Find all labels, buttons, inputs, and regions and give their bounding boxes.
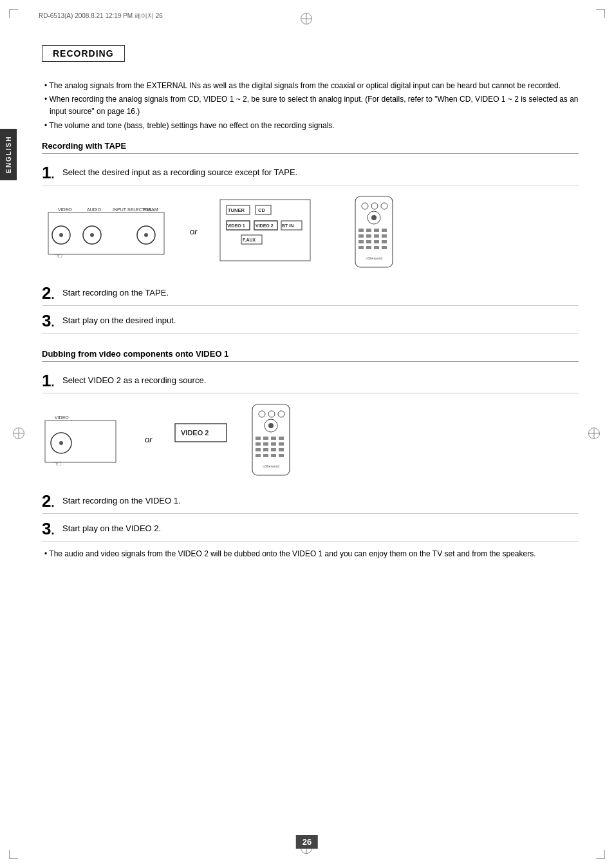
main-content: RECORDING The analog signals from the EX… bbox=[42, 45, 579, 560]
dubbing-front-panel: VIDEO ☜ bbox=[42, 408, 126, 472]
tape-step-1-row: 1. Select the desired input as a recordi… bbox=[42, 160, 579, 185]
svg-rect-34 bbox=[382, 229, 387, 232]
dubbing-bottom-notes: The audio and video signals from the VID… bbox=[42, 548, 579, 560]
remote-panel-diagram: TUNER CD VIDEO 1 VIDEO 2 BT IN bbox=[217, 196, 339, 267]
svg-point-57 bbox=[268, 411, 275, 417]
svg-point-58 bbox=[278, 411, 284, 417]
remote-control-diagram: ⊙Sherwood bbox=[352, 193, 397, 270]
dubbing-step-3-row: 3. Start play on the VIDEO 2. bbox=[42, 516, 579, 542]
note-2: When recording the analog signals from C… bbox=[42, 93, 579, 118]
svg-rect-48 bbox=[45, 420, 116, 462]
svg-text:VIDEO 2: VIDEO 2 bbox=[181, 429, 209, 437]
dubbing-step-1-number: 1. bbox=[42, 372, 57, 389]
dubbing-step-3-text: Start play on the VIDEO 2. bbox=[62, 523, 161, 534]
tape-step-2-text: Start recording on the TAPE. bbox=[62, 287, 169, 299]
corner-mark-br bbox=[596, 850, 605, 859]
tape-step-1-diagram: VIDEO AUDIO INPUT SELECTOR FM/AM bbox=[42, 193, 579, 270]
svg-rect-38 bbox=[382, 234, 387, 238]
dubbing-remote-control: ⊙Sherwood bbox=[249, 401, 294, 478]
svg-rect-76 bbox=[279, 454, 284, 457]
dubbing-title: Dubbing from video components onto VIDEO… bbox=[42, 349, 579, 362]
svg-rect-65 bbox=[256, 442, 261, 446]
recording-title: RECORDING bbox=[53, 48, 114, 59]
svg-rect-45 bbox=[374, 246, 379, 249]
svg-rect-64 bbox=[279, 437, 284, 440]
dubbing-diagram-area: VIDEO ☜ or VIDEO 2 bbox=[42, 401, 579, 478]
svg-text:VIDEO: VIDEO bbox=[58, 207, 72, 212]
corner-mark-tr bbox=[596, 9, 605, 18]
dubbing-step-1-text: Select VIDEO 2 as a recording source. bbox=[62, 375, 206, 386]
dubbing-video2-panel: VIDEO 2 bbox=[172, 420, 236, 459]
svg-point-26 bbox=[362, 203, 368, 209]
tape-step-3-number: 3. bbox=[42, 312, 57, 329]
svg-rect-42 bbox=[382, 240, 387, 243]
svg-rect-61 bbox=[256, 437, 261, 440]
recording-section-header-wrapper: RECORDING bbox=[42, 45, 579, 71]
svg-rect-43 bbox=[358, 246, 364, 249]
note-1: The analog signals from the EXTERNAL INs… bbox=[42, 80, 579, 92]
recording-tape-section: Recording with TAPE 1. Select the desire… bbox=[42, 141, 579, 334]
cross-mark-top bbox=[301, 13, 313, 26]
corner-mark-bl bbox=[9, 850, 18, 859]
svg-rect-69 bbox=[256, 448, 261, 451]
svg-point-30 bbox=[371, 215, 377, 220]
recording-section-header: RECORDING bbox=[42, 45, 125, 62]
dubbing-step-1-diagram: VIDEO ☜ or VIDEO 2 bbox=[42, 401, 579, 478]
page-header-meta: RD-6513(A) 2008.8.21 12:19 PM 페이지 26 bbox=[39, 12, 163, 21]
tape-step-3-text: Start play on the desired input. bbox=[62, 315, 176, 326]
svg-point-28 bbox=[381, 203, 387, 209]
cross-mark-left bbox=[13, 428, 26, 440]
or-label-1: or bbox=[190, 227, 198, 236]
svg-text:VIDEO: VIDEO bbox=[55, 415, 69, 420]
svg-rect-44 bbox=[366, 246, 371, 249]
svg-text:⊙Sherwood: ⊙Sherwood bbox=[365, 256, 382, 260]
svg-point-6 bbox=[59, 233, 63, 237]
dubbing-section: Dubbing from video components onto VIDEO… bbox=[42, 349, 579, 560]
note-3: The volume and tone (bass, treble) setti… bbox=[42, 120, 579, 132]
svg-point-60 bbox=[268, 423, 274, 428]
tape-step-3-row: 3. Start play on the desired input. bbox=[42, 308, 579, 334]
recording-notes: The analog signals from the EXTERNAL INs… bbox=[42, 80, 579, 132]
svg-rect-70 bbox=[263, 448, 268, 451]
tape-step-2-number: 2. bbox=[42, 285, 57, 301]
svg-point-27 bbox=[371, 203, 378, 209]
svg-point-51 bbox=[59, 441, 63, 445]
svg-rect-46 bbox=[382, 246, 387, 249]
svg-rect-31 bbox=[358, 229, 364, 232]
recording-tape-title: Recording with TAPE bbox=[42, 141, 579, 154]
svg-rect-63 bbox=[271, 437, 276, 440]
svg-text:CD: CD bbox=[258, 207, 265, 213]
svg-rect-75 bbox=[271, 454, 276, 457]
svg-point-56 bbox=[259, 411, 265, 417]
svg-point-10 bbox=[144, 233, 148, 237]
svg-text:BT IN: BT IN bbox=[282, 223, 293, 228]
tape-step-2-row: 2. Start recording on the TAPE. bbox=[42, 281, 579, 306]
svg-rect-41 bbox=[374, 240, 379, 243]
svg-text:⊙Sherwood: ⊙Sherwood bbox=[262, 464, 279, 468]
page-container: RD-6513(A) 2008.8.21 12:19 PM 페이지 26 ENG… bbox=[0, 0, 614, 868]
cross-mark-right bbox=[588, 428, 601, 440]
svg-text:F.AUX: F.AUX bbox=[243, 238, 256, 242]
svg-rect-73 bbox=[256, 454, 261, 457]
svg-rect-33 bbox=[374, 229, 379, 232]
page-number: 26 bbox=[296, 835, 318, 849]
dubbing-step-2-row: 2. Start recording on the VIDEO 1. bbox=[42, 489, 579, 514]
svg-text:TUNER: TUNER bbox=[228, 207, 245, 213]
front-panel-diagram: VIDEO AUDIO INPUT SELECTOR FM/AM bbox=[42, 200, 171, 264]
dubbing-note-1: The audio and video signals from the VID… bbox=[42, 548, 579, 560]
svg-text:☜: ☜ bbox=[55, 250, 63, 261]
svg-rect-66 bbox=[263, 442, 268, 446]
svg-rect-37 bbox=[374, 234, 379, 238]
svg-rect-36 bbox=[366, 234, 371, 238]
svg-text:VIDEO 1: VIDEO 1 bbox=[227, 223, 245, 228]
svg-text:VIDEO 2: VIDEO 2 bbox=[256, 223, 274, 228]
svg-rect-72 bbox=[279, 448, 284, 451]
dubbing-step-2-text: Start recording on the VIDEO 1. bbox=[62, 495, 181, 507]
svg-text:FM/AM: FM/AM bbox=[144, 207, 158, 212]
svg-rect-32 bbox=[366, 229, 371, 232]
svg-rect-68 bbox=[279, 442, 284, 446]
dubbing-step-2-number: 2. bbox=[42, 493, 57, 509]
svg-text:AUDIO: AUDIO bbox=[87, 207, 102, 212]
sidebar-english-label: ENGLISH bbox=[0, 129, 17, 180]
dubbing-step-3-number: 3. bbox=[42, 520, 57, 537]
